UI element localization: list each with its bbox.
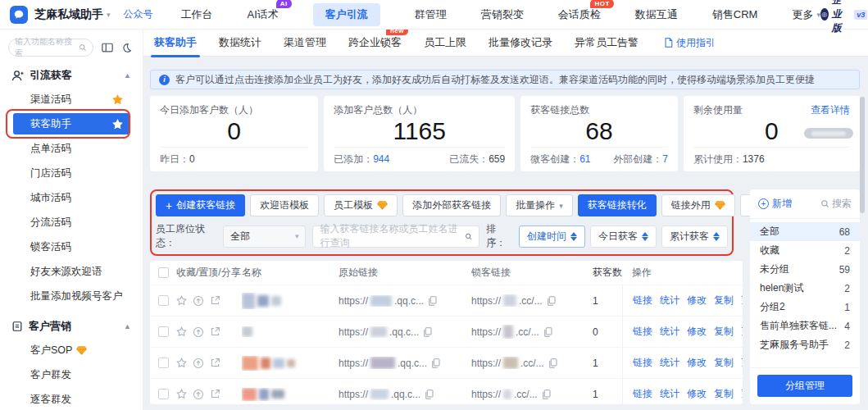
row-action-4[interactable]: 更多 — [741, 356, 743, 370]
row-checkbox[interactable] — [158, 358, 169, 368]
sidebar-item[interactable]: 客户群发 — [0, 362, 143, 387]
copy-icon[interactable] — [543, 327, 552, 337]
copy-icon[interactable] — [425, 390, 434, 399]
row-action-1[interactable]: 统计 — [660, 325, 679, 339]
row-action-0[interactable]: 链接 — [633, 356, 652, 370]
copy-icon[interactable] — [428, 296, 437, 306]
sidebar-item[interactable]: 点单活码 — [0, 136, 143, 161]
row-checkbox[interactable] — [158, 295, 169, 306]
copy-icon[interactable] — [431, 358, 440, 368]
tab-0[interactable]: 获客助手 — [154, 35, 197, 50]
row-action-2[interactable]: 修改 — [687, 325, 707, 339]
add-group-button[interactable]: + 新增 — [758, 197, 792, 211]
tab-1[interactable]: 数据统计 — [219, 35, 261, 50]
group-item-1[interactable]: 收藏2 — [750, 241, 860, 260]
pin-top-icon[interactable] — [193, 358, 204, 369]
sidebar-item[interactable]: 逐客群发 — [0, 387, 143, 410]
app-title-chevron-icon[interactable]: ▾ — [107, 11, 111, 19]
sidebar-item[interactable]: 锁客活码 — [0, 235, 143, 259]
star-icon[interactable] — [176, 358, 187, 368]
star-icon[interactable] — [176, 326, 187, 337]
copy-icon[interactable] — [542, 390, 551, 399]
star-icon[interactable] — [112, 119, 123, 130]
tab-3[interactable]: 跨企业锁客new — [348, 35, 402, 50]
group-item-2[interactable]: 未分组59 — [750, 260, 860, 279]
nav-item-0[interactable]: 工作台 — [181, 7, 213, 22]
group-item-5[interactable]: 售前单独获客链...4 — [750, 317, 860, 335]
sidebar-search-input[interactable]: 输入功能名称搜索 — [8, 39, 93, 57]
sort-button-1[interactable]: 今日获客 — [590, 226, 657, 248]
group-item-0[interactable]: 全部68 — [750, 222, 860, 241]
sidebar-item[interactable]: 城市活码 — [0, 185, 143, 210]
link-search-input[interactable]: 输入获客链接名称或员工姓名进行查询 — [312, 226, 479, 248]
group-search-button[interactable]: 搜索 — [820, 197, 852, 211]
sidebar-item[interactable]: 批量添加视频号客户 — [0, 284, 143, 308]
pin-top-icon[interactable] — [193, 389, 204, 400]
toolbar-button-4[interactable]: 批量操作 ▾ — [506, 194, 573, 216]
sort-button-2[interactable]: 累计获客 — [661, 226, 728, 248]
sidebar-item[interactable]: 分流活码 — [0, 210, 143, 235]
row-action-4[interactable]: 更多 — [741, 294, 743, 308]
row-action-3[interactable]: 复制 — [714, 387, 734, 401]
row-action-0[interactable]: 链接 — [633, 325, 652, 339]
nav-item-2[interactable]: 客户引流 — [313, 3, 380, 26]
row-action-2[interactable]: 修改 — [687, 387, 707, 401]
sidebar-item[interactable]: 获客助手 — [13, 113, 130, 134]
sidebar-section-0[interactable]: 引流获客 ▲ — [0, 64, 143, 87]
sidebar-item[interactable]: 渠道活码 — [0, 87, 143, 112]
star-icon[interactable] — [176, 389, 187, 399]
row-action-0[interactable]: 链接 — [633, 387, 652, 401]
nav-item-7[interactable]: 销售CRM — [712, 7, 758, 22]
row-action-4[interactable]: 更多 — [741, 325, 743, 339]
sidebar-item[interactable]: 好友来源欢迎语 — [0, 259, 143, 284]
nav-item-1[interactable]: AI话术AI — [248, 7, 279, 22]
view-details-link[interactable]: 查看详情 — [811, 103, 850, 117]
row-action-0[interactable]: 链接 — [633, 294, 652, 308]
toolbar-button-2[interactable]: 员工模板 — [324, 194, 398, 216]
nav-item-4[interactable]: 营销裂变 — [481, 7, 524, 22]
nav-item-3[interactable]: 群管理 — [415, 7, 447, 22]
sort-button-0[interactable]: 创建时间 — [519, 226, 585, 248]
pin-top-icon[interactable] — [193, 295, 204, 307]
toolbar-button-0[interactable]: + 创建获客链接 — [156, 194, 245, 216]
share-icon[interactable] — [210, 295, 220, 306]
usage-guide-link[interactable]: 使用指引 — [664, 36, 716, 50]
tab-2[interactable]: 渠道管理 — [284, 35, 326, 50]
sidebar-item[interactable]: 门店活码 — [0, 161, 143, 185]
seat-status-select[interactable]: 全部▾ — [223, 226, 306, 248]
row-action-2[interactable]: 修改 — [687, 356, 707, 370]
row-action-4[interactable]: 更多 — [741, 387, 743, 401]
collapsed-tag[interactable] — [804, 128, 853, 139]
row-action-3[interactable]: 复制 — [714, 356, 734, 370]
tab-4[interactable]: 员工上限 — [424, 35, 466, 50]
row-action-1[interactable]: 统计 — [660, 387, 679, 401]
group-manage-button[interactable]: 分组管理 — [757, 375, 852, 397]
page-scrollbar[interactable] — [860, 97, 865, 213]
star-icon[interactable] — [112, 94, 123, 105]
copy-icon[interactable] — [423, 327, 432, 337]
sidebar-item[interactable]: 客户SOP — [0, 338, 143, 362]
nav-item-5[interactable]: 会话质检HOT — [558, 7, 601, 22]
share-icon[interactable] — [210, 326, 220, 337]
tab-5[interactable]: 批量修改记录 — [489, 35, 552, 50]
row-action-1[interactable]: 统计 — [660, 356, 679, 370]
theme-moon-icon[interactable] — [121, 43, 132, 53]
row-checkbox[interactable] — [158, 389, 169, 399]
star-icon[interactable] — [176, 295, 187, 306]
group-item-4[interactable]: 分组21 — [750, 298, 860, 317]
group-item-6[interactable]: 芝麻服务号助手2 — [750, 335, 860, 354]
panel-layout-icon[interactable] — [102, 43, 113, 53]
group-item-3[interactable]: helen测试2 — [750, 279, 860, 298]
share-icon[interactable] — [210, 389, 220, 399]
copy-icon[interactable] — [548, 358, 557, 368]
select-all-checkbox[interactable] — [158, 267, 169, 278]
toolbar-button-5[interactable]: 获客链接转化 — [578, 194, 657, 216]
toolbar-button-3[interactable]: 添加外部获客链接 — [402, 194, 501, 216]
official-account-link[interactable]: 公众号 — [124, 7, 153, 21]
share-icon[interactable] — [210, 358, 220, 368]
nav-item-8[interactable]: 更多 ▾ — [792, 7, 820, 22]
row-action-3[interactable]: 复制 — [714, 325, 734, 339]
row-action-1[interactable]: 统计 — [660, 294, 679, 308]
toolbar-button-6[interactable]: 链接外用 — [661, 194, 735, 216]
sidebar-section-1[interactable]: 客户营销 ▲ — [0, 315, 143, 338]
